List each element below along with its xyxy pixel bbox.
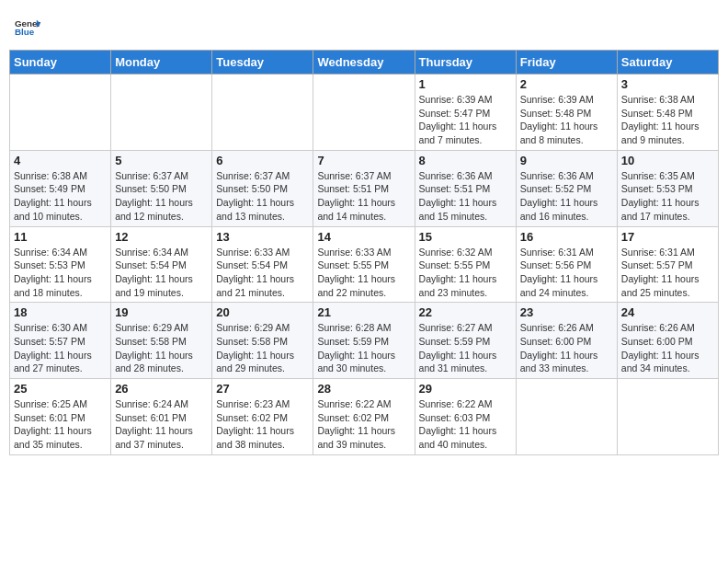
day-info: Sunrise: 6:23 AM Sunset: 6:02 PM Dayligh… <box>216 397 309 452</box>
day-info: Sunrise: 6:22 AM Sunset: 6:03 PM Dayligh… <box>419 397 512 452</box>
day-info: Sunrise: 6:38 AM Sunset: 5:48 PM Dayligh… <box>621 93 714 147</box>
day-info: Sunrise: 6:29 AM Sunset: 5:58 PM Dayligh… <box>216 321 309 375</box>
week-row-4: 25Sunrise: 6:25 AM Sunset: 6:01 PM Dayli… <box>10 379 719 455</box>
calendar-body: 1Sunrise: 6:39 AM Sunset: 5:47 PM Daylig… <box>10 75 719 455</box>
day-info: Sunrise: 6:37 AM Sunset: 5:50 PM Dayligh… <box>216 169 309 224</box>
day-info: Sunrise: 6:24 AM Sunset: 6:01 PM Dayligh… <box>115 397 208 452</box>
day-number: 15 <box>419 230 512 244</box>
logo-icon: General Blue <box>15 15 40 40</box>
day-number: 3 <box>621 77 714 91</box>
calendar-cell: 3Sunrise: 6:38 AM Sunset: 5:48 PM Daylig… <box>617 75 718 151</box>
day-info: Sunrise: 6:31 AM Sunset: 5:57 PM Dayligh… <box>621 246 714 300</box>
calendar-cell <box>617 379 718 455</box>
weekday-tuesday: Tuesday <box>212 51 313 75</box>
weekday-monday: Monday <box>111 51 212 75</box>
calendar-cell: 27Sunrise: 6:23 AM Sunset: 6:02 PM Dayli… <box>212 379 313 455</box>
day-number: 20 <box>216 305 309 319</box>
calendar-cell: 1Sunrise: 6:39 AM Sunset: 5:47 PM Daylig… <box>415 75 516 151</box>
day-number: 23 <box>520 305 613 319</box>
calendar-cell: 29Sunrise: 6:22 AM Sunset: 6:03 PM Dayli… <box>415 379 516 455</box>
weekday-saturday: Saturday <box>617 51 718 75</box>
calendar-cell: 13Sunrise: 6:33 AM Sunset: 5:54 PM Dayli… <box>212 226 313 303</box>
day-number: 19 <box>115 305 208 319</box>
day-number: 1 <box>419 77 512 91</box>
day-number: 22 <box>419 305 512 319</box>
svg-text:Blue: Blue <box>15 27 35 37</box>
day-number: 27 <box>216 382 309 396</box>
day-number: 14 <box>317 230 410 244</box>
logo: General Blue <box>13 15 40 44</box>
calendar-cell: 26Sunrise: 6:24 AM Sunset: 6:01 PM Dayli… <box>111 379 212 455</box>
day-number: 2 <box>520 77 613 91</box>
day-info: Sunrise: 6:30 AM Sunset: 5:57 PM Dayligh… <box>14 321 107 375</box>
day-info: Sunrise: 6:33 AM Sunset: 5:54 PM Dayligh… <box>216 246 309 300</box>
week-row-2: 11Sunrise: 6:34 AM Sunset: 5:53 PM Dayli… <box>10 226 719 303</box>
week-row-3: 18Sunrise: 6:30 AM Sunset: 5:57 PM Dayli… <box>10 303 719 379</box>
week-row-1: 4Sunrise: 6:38 AM Sunset: 5:49 PM Daylig… <box>10 150 719 226</box>
day-info: Sunrise: 6:31 AM Sunset: 5:56 PM Dayligh… <box>520 246 613 300</box>
calendar-cell: 14Sunrise: 6:33 AM Sunset: 5:55 PM Dayli… <box>313 226 415 303</box>
day-info: Sunrise: 6:32 AM Sunset: 5:55 PM Dayligh… <box>419 246 512 300</box>
calendar-cell <box>10 75 111 151</box>
calendar-cell: 8Sunrise: 6:36 AM Sunset: 5:51 PM Daylig… <box>415 150 516 226</box>
day-number: 7 <box>317 154 410 167</box>
day-info: Sunrise: 6:38 AM Sunset: 5:49 PM Dayligh… <box>14 169 107 224</box>
calendar-cell: 17Sunrise: 6:31 AM Sunset: 5:57 PM Dayli… <box>617 226 718 303</box>
day-info: Sunrise: 6:34 AM Sunset: 5:53 PM Dayligh… <box>14 246 107 300</box>
day-number: 21 <box>317 305 410 319</box>
day-info: Sunrise: 6:36 AM Sunset: 5:52 PM Dayligh… <box>520 169 613 224</box>
calendar-cell: 4Sunrise: 6:38 AM Sunset: 5:49 PM Daylig… <box>10 150 111 226</box>
day-number: 9 <box>520 154 613 167</box>
calendar-cell <box>111 75 212 151</box>
day-info: Sunrise: 6:28 AM Sunset: 5:59 PM Dayligh… <box>317 321 410 375</box>
day-number: 28 <box>317 382 410 396</box>
calendar-table: SundayMondayTuesdayWednesdayThursdayFrid… <box>9 50 719 455</box>
day-info: Sunrise: 6:37 AM Sunset: 5:51 PM Dayligh… <box>317 169 410 224</box>
calendar-cell: 9Sunrise: 6:36 AM Sunset: 5:52 PM Daylig… <box>516 150 617 226</box>
day-number: 18 <box>14 305 107 319</box>
day-info: Sunrise: 6:39 AM Sunset: 5:48 PM Dayligh… <box>520 93 613 147</box>
weekday-friday: Friday <box>516 51 617 75</box>
calendar-cell: 28Sunrise: 6:22 AM Sunset: 6:02 PM Dayli… <box>313 379 415 455</box>
day-info: Sunrise: 6:22 AM Sunset: 6:02 PM Dayligh… <box>317 397 410 452</box>
day-info: Sunrise: 6:37 AM Sunset: 5:50 PM Dayligh… <box>115 169 208 224</box>
calendar-cell: 6Sunrise: 6:37 AM Sunset: 5:50 PM Daylig… <box>212 150 313 226</box>
calendar-cell: 19Sunrise: 6:29 AM Sunset: 5:58 PM Dayli… <box>111 303 212 379</box>
calendar-cell: 24Sunrise: 6:26 AM Sunset: 6:00 PM Dayli… <box>617 303 718 379</box>
day-number: 4 <box>14 154 107 167</box>
day-info: Sunrise: 6:25 AM Sunset: 6:01 PM Dayligh… <box>14 397 107 452</box>
calendar-cell: 12Sunrise: 6:34 AM Sunset: 5:54 PM Dayli… <box>111 226 212 303</box>
day-info: Sunrise: 6:26 AM Sunset: 6:00 PM Dayligh… <box>520 321 613 375</box>
weekday-sunday: Sunday <box>10 51 111 75</box>
day-number: 16 <box>520 230 613 244</box>
day-number: 6 <box>216 154 309 167</box>
calendar-cell: 23Sunrise: 6:26 AM Sunset: 6:00 PM Dayli… <box>516 303 617 379</box>
calendar-cell: 10Sunrise: 6:35 AM Sunset: 5:53 PM Dayli… <box>617 150 718 226</box>
calendar-cell <box>313 75 415 151</box>
weekday-header-row: SundayMondayTuesdayWednesdayThursdayFrid… <box>10 51 719 75</box>
calendar-cell <box>212 75 313 151</box>
calendar-cell <box>516 379 617 455</box>
calendar-cell: 7Sunrise: 6:37 AM Sunset: 5:51 PM Daylig… <box>313 150 415 226</box>
day-info: Sunrise: 6:36 AM Sunset: 5:51 PM Dayligh… <box>419 169 512 224</box>
calendar-cell: 2Sunrise: 6:39 AM Sunset: 5:48 PM Daylig… <box>516 75 617 151</box>
day-info: Sunrise: 6:35 AM Sunset: 5:53 PM Dayligh… <box>621 169 714 224</box>
calendar-cell: 11Sunrise: 6:34 AM Sunset: 5:53 PM Dayli… <box>10 226 111 303</box>
calendar-cell: 5Sunrise: 6:37 AM Sunset: 5:50 PM Daylig… <box>111 150 212 226</box>
day-number: 10 <box>621 154 714 167</box>
calendar-cell: 21Sunrise: 6:28 AM Sunset: 5:59 PM Dayli… <box>313 303 415 379</box>
day-info: Sunrise: 6:34 AM Sunset: 5:54 PM Dayligh… <box>115 246 208 300</box>
day-number: 13 <box>216 230 309 244</box>
day-number: 29 <box>419 382 512 396</box>
day-number: 25 <box>14 382 107 396</box>
week-row-0: 1Sunrise: 6:39 AM Sunset: 5:47 PM Daylig… <box>10 75 719 151</box>
weekday-thursday: Thursday <box>415 51 516 75</box>
day-number: 12 <box>115 230 208 244</box>
day-number: 24 <box>621 305 714 319</box>
day-number: 5 <box>115 154 208 167</box>
day-info: Sunrise: 6:27 AM Sunset: 5:59 PM Dayligh… <box>419 321 512 375</box>
calendar-cell: 22Sunrise: 6:27 AM Sunset: 5:59 PM Dayli… <box>415 303 516 379</box>
day-info: Sunrise: 6:29 AM Sunset: 5:58 PM Dayligh… <box>115 321 208 375</box>
calendar-cell: 18Sunrise: 6:30 AM Sunset: 5:57 PM Dayli… <box>10 303 111 379</box>
day-info: Sunrise: 6:39 AM Sunset: 5:47 PM Dayligh… <box>419 93 512 147</box>
